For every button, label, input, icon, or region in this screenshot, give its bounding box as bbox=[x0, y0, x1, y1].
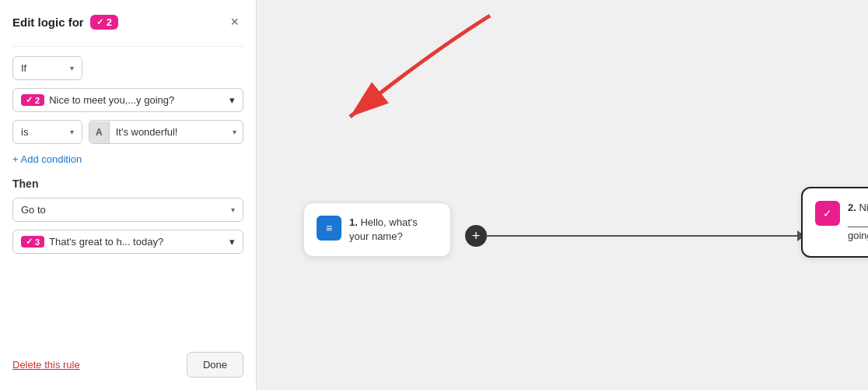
dest-left: ✓ 3 That's great to h... today? bbox=[21, 236, 163, 248]
add-after-node1-button[interactable]: + bbox=[465, 225, 487, 247]
if-row: If ▾ bbox=[12, 56, 243, 80]
dest-text: That's great to h... today? bbox=[49, 236, 163, 248]
question-badge: ✓ 2 bbox=[21, 94, 44, 106]
go-to-dropdown[interactable]: Go to ▾ bbox=[12, 198, 243, 222]
chevron-down-icon: ▾ bbox=[226, 122, 243, 142]
rule-badge: ✓ 2 bbox=[90, 15, 118, 30]
question-text: Nice to meet you,...y going? bbox=[49, 94, 174, 106]
flow-node-1: ≡ 1. Hello, what's your name? bbox=[303, 202, 451, 257]
close-button[interactable]: × bbox=[226, 12, 243, 32]
condition-row: is ▾ A It's wonderful! ▾ bbox=[12, 120, 243, 144]
delete-rule-link[interactable]: Delete this rule bbox=[12, 359, 80, 371]
edit-logic-label: Edit logic for bbox=[12, 16, 84, 29]
done-button[interactable]: Done bbox=[187, 352, 243, 378]
question-left: ✓ 2 Nice to meet you,...y going? bbox=[21, 94, 174, 106]
badge-check: ✓ bbox=[96, 17, 103, 27]
annotation-arrow bbox=[272, 8, 521, 163]
node2-text: 2. Nice to meet you, ____, how is your d… bbox=[848, 201, 868, 244]
node1-text: 1. Hello, what's your name? bbox=[349, 216, 438, 244]
node1-content: ≡ 1. Hello, what's your name? bbox=[317, 216, 438, 244]
canvas-area: ≡ 1. Hello, what's your name? + ✓ 2. Nic… bbox=[257, 0, 868, 390]
is-dropdown[interactable]: is ▾ bbox=[12, 120, 82, 144]
logic-editor-panel: Edit logic for ✓ 2 × If ▾ ✓ 2 Nice to me… bbox=[0, 0, 257, 390]
add-condition-link[interactable]: + Add condition bbox=[12, 153, 243, 165]
divider bbox=[12, 46, 243, 47]
chevron-down-icon: ▾ bbox=[229, 236, 235, 248]
letter-badge: A bbox=[89, 121, 110, 143]
node2-icon: ✓ bbox=[815, 201, 840, 226]
question-number: 2 bbox=[35, 96, 40, 105]
chevron-down-icon: ▾ bbox=[70, 64, 74, 72]
badge-number: 2 bbox=[107, 16, 112, 28]
flow-node-2: ✓ 2. Nice to meet you, ____, how is your… bbox=[801, 187, 868, 258]
bottom-actions: Delete this rule Done bbox=[12, 352, 243, 378]
value-selector[interactable]: A It's wonderful! ▾ bbox=[89, 120, 243, 144]
dest-check: ✓ bbox=[26, 237, 33, 247]
value-text: It's wonderful! bbox=[110, 121, 226, 143]
question-selector[interactable]: ✓ 2 Nice to meet you,...y going? ▾ bbox=[12, 88, 243, 112]
connector-line bbox=[487, 235, 801, 237]
if-dropdown[interactable]: If ▾ bbox=[12, 56, 82, 80]
node2-content: ✓ 2. Nice to meet you, ____, how is your… bbox=[815, 201, 868, 244]
panel-header: Edit logic for ✓ 2 × bbox=[12, 12, 243, 32]
destination-selector[interactable]: ✓ 3 That's great to h... today? ▾ bbox=[12, 230, 243, 254]
chevron-down-icon: ▾ bbox=[70, 128, 74, 136]
chevron-down-icon: ▾ bbox=[231, 206, 235, 214]
panel-title: Edit logic for ✓ 2 bbox=[12, 15, 118, 30]
node1-icon: ≡ bbox=[317, 216, 341, 241]
question-check: ✓ bbox=[26, 95, 33, 105]
dest-badge: ✓ 3 bbox=[21, 236, 44, 248]
then-label: Then bbox=[12, 177, 243, 190]
chevron-down-icon: ▾ bbox=[229, 94, 235, 106]
dest-number: 3 bbox=[35, 237, 40, 247]
